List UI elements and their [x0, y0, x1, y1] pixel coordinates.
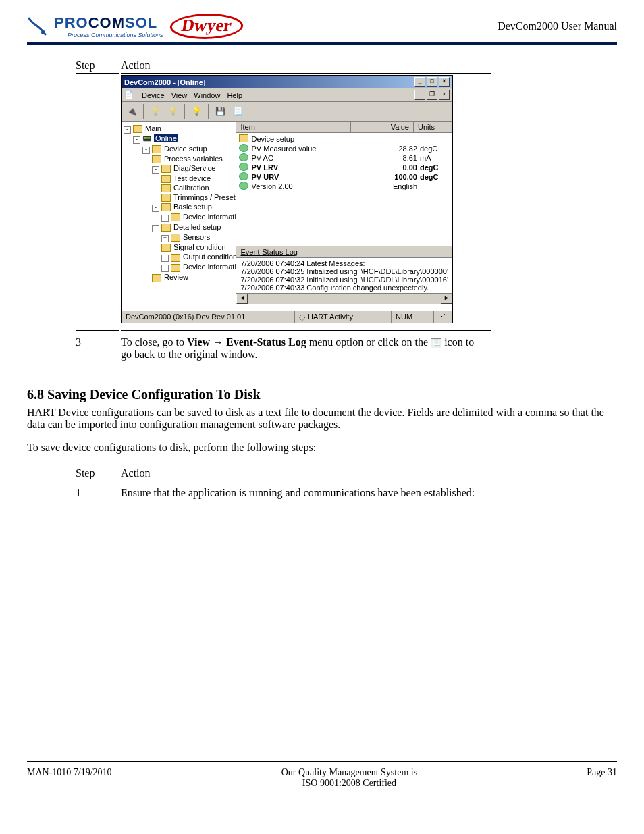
col-step-b: Step — [76, 466, 119, 481]
tree-sensors[interactable]: Sensors — [183, 233, 210, 241]
tree-pane: -Main -📟 Online -Device setup Process va… — [122, 122, 236, 311]
step3-num: 3 — [76, 332, 119, 365]
tree-cal[interactable]: Calibration — [173, 184, 209, 192]
close-icon[interactable]: × — [439, 77, 450, 87]
tree-test[interactable]: Test device — [173, 174, 211, 182]
log-line: 7/20/2006 07:40:24 Latest Messages: — [240, 259, 448, 267]
statusbar: DevCom2000 (0x16) Dev Rev 01.01 ◌ HART A… — [122, 311, 452, 323]
tree-online[interactable]: Online — [154, 134, 178, 142]
list-item[interactable]: Version 2.00English — [239, 182, 450, 191]
tree-device-setup[interactable]: Device setup — [164, 145, 207, 153]
tree-output[interactable]: Output condition — [183, 253, 236, 261]
log-pane: Event-Status Log 7/20/2006 07:40:24 Late… — [236, 246, 452, 311]
list-item[interactable]: PV Measured value28.82degC — [239, 144, 450, 153]
scrollbar[interactable]: ◄► — [236, 293, 452, 304]
menu-view[interactable]: View — [171, 91, 188, 99]
menu-help[interactable]: Help — [227, 91, 242, 99]
tb-log-icon[interactable]: 📃 — [230, 104, 245, 119]
minimize-icon[interactable]: _ — [414, 77, 425, 87]
tree-process-vars[interactable]: Process variables — [164, 155, 223, 163]
header-rule — [27, 42, 617, 45]
col-action: Action — [121, 58, 491, 74]
status-num: NUM — [392, 311, 434, 323]
tree-devinfo1[interactable]: Device information — [183, 213, 236, 221]
procomsol-logo: PROCOMSOL Process Communications Solutio… — [54, 14, 163, 38]
list-item[interactable]: PV URV100.00degC — [239, 172, 450, 182]
step1-action: Ensure that the application is running a… — [121, 483, 491, 503]
titlebar: DevCom2000 - [Online] _ □ × — [122, 76, 452, 88]
tree-main[interactable]: Main — [145, 124, 161, 132]
tb-lamp1-icon[interactable]: 💡 — [148, 104, 163, 119]
col-value[interactable]: Value — [351, 122, 414, 132]
step-table-b: Step Action 1 Ensure that the applicatio… — [74, 465, 493, 504]
log-toggle-icon: 📃 — [431, 338, 441, 348]
menubar: 📄 Device View Window Help _ ❐ × — [122, 88, 452, 102]
grip-icon: ⋰ — [434, 311, 452, 323]
list-pane: Item Value Units Device setupPV Measured… — [236, 122, 452, 246]
maximize-icon[interactable]: □ — [427, 77, 437, 87]
scroll-right-icon: ► — [441, 294, 452, 304]
col-item[interactable]: Item — [236, 122, 351, 132]
step-table-a: Step Action DevCom2000 - [Online] _ □ × … — [74, 57, 493, 367]
dwyer-logo: Dwyer — [167, 14, 244, 39]
swish-icon — [27, 16, 47, 36]
tree-review[interactable]: Review — [164, 273, 188, 281]
col-step: Step — [76, 58, 119, 74]
list-item[interactable]: PV LRV0.00degC — [239, 163, 450, 172]
footer-left: MAN-1010 7/19/2010 — [27, 767, 112, 778]
log-line: 7/20/2006 07:40:25 Initialized using '\H… — [240, 267, 448, 276]
footer-rule — [27, 761, 617, 762]
app-window: DevCom2000 - [Online] _ □ × 📄 Device Vie… — [121, 75, 453, 323]
col-action-b: Action — [121, 466, 491, 481]
doc-title: DevCom2000 User Manual — [498, 20, 617, 32]
tree-diag[interactable]: Diag/Service — [173, 164, 215, 172]
section-p1: HART Device configurations can be saved … — [27, 407, 617, 431]
tree-devinfo2[interactable]: Device information — [183, 263, 236, 271]
mdi-minimize-icon[interactable]: _ — [414, 90, 425, 100]
status-main: DevCom2000 (0x16) Dev Rev 01.01 — [122, 311, 295, 323]
tb-bulb-icon[interactable]: 💡 — [189, 104, 204, 119]
col-units[interactable]: Units — [414, 122, 452, 132]
list-item[interactable]: Device setup — [239, 134, 450, 144]
svg-point-0 — [41, 30, 45, 34]
toolbar: 🔌 💡 💡 💡 💾 📃 — [122, 102, 452, 122]
scroll-left-icon: ◄ — [236, 294, 248, 304]
tree-trim[interactable]: Trimmings / Preset — [173, 193, 236, 201]
menu-window[interactable]: Window — [194, 91, 220, 99]
page-header: PROCOMSOL Process Communications Solutio… — [27, 14, 617, 39]
tree-detailed[interactable]: Detailed setup — [173, 223, 221, 231]
log-title: Event-Status Log — [236, 246, 452, 258]
status-hart: ◌ HART Activity — [295, 311, 392, 323]
mdi-close-icon[interactable]: × — [439, 90, 450, 100]
list-item[interactable]: PV AO8.61mA — [239, 153, 450, 163]
log-line: 7/20/2006 07:40:33 Configuration changed… — [240, 284, 448, 292]
footer: MAN-1010 7/19/2010 Our Quality Managemen… — [27, 767, 617, 789]
tree-basic[interactable]: Basic setup — [173, 203, 212, 211]
brand-tagline: Process Communications Solutions — [68, 32, 163, 38]
logo-group: PROCOMSOL Process Communications Solutio… — [27, 14, 242, 39]
section-heading: 6.8 Saving Device Configuration To Disk — [27, 387, 617, 402]
menu-device[interactable]: Device — [142, 91, 165, 99]
brand-sol: SOL — [125, 14, 157, 31]
log-line: 7/20/2006 07:40:32 Initialized using '\H… — [240, 276, 448, 284]
mdi-restore-icon[interactable]: ❐ — [427, 90, 437, 100]
brand-com: COM — [88, 14, 125, 31]
tb-lamp2-icon[interactable]: 💡 — [165, 104, 180, 119]
tb-save-icon[interactable]: 💾 — [213, 104, 227, 119]
section-p2: To save device configurations to disk, p… — [27, 442, 617, 454]
brand-pro: PRO — [54, 14, 88, 31]
log-body: 7/20/2006 07:40:24 Latest Messages:7/20/… — [236, 258, 452, 293]
app-title: DevCom2000 - [Online] — [124, 78, 205, 86]
step3-action: To close, go to View → Event-Status Log … — [121, 332, 491, 365]
footer-right: Page 31 — [587, 767, 617, 778]
tb-connect-icon[interactable]: 🔌 — [124, 104, 139, 119]
step1-num: 1 — [76, 483, 119, 503]
tree-signal[interactable]: Signal condition — [173, 243, 226, 251]
footer-center1: Our Quality Management System is — [112, 767, 587, 778]
footer-center2: ISO 9001:2008 Certified — [112, 778, 587, 789]
